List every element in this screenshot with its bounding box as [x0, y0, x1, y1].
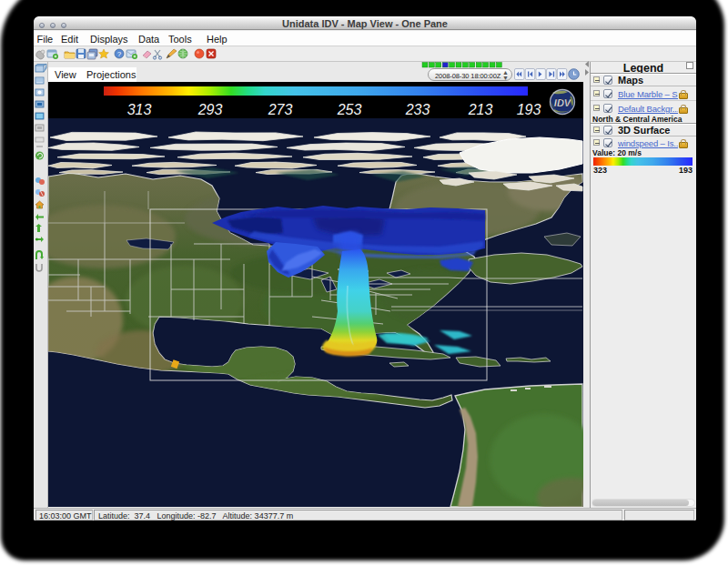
- svg-text:233: 233: [405, 102, 430, 117]
- svg-text:253: 253: [337, 102, 362, 117]
- svg-text:273: 273: [268, 102, 293, 117]
- svg-text:213: 213: [468, 102, 493, 117]
- svg-text:IDV: IDV: [554, 97, 572, 108]
- svg-text:?: ?: [117, 50, 122, 58]
- svg-text:293: 293: [197, 102, 223, 117]
- svg-text:193: 193: [517, 102, 541, 117]
- svg-text:313: 313: [127, 102, 152, 117]
